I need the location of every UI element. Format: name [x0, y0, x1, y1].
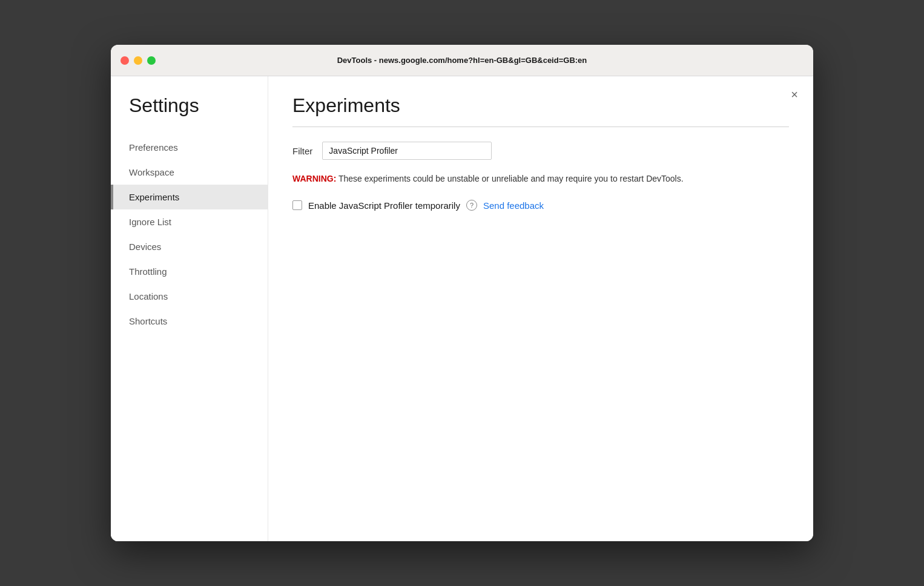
window-title: DevTools - news.google.com/home?hl=en-GB… [337, 56, 587, 65]
settings-title: Settings [111, 94, 268, 135]
sidebar-item-shortcuts[interactable]: Shortcuts [111, 309, 268, 334]
warning-box: WARNING: These experiments could be unst… [292, 172, 716, 185]
close-button-traffic[interactable] [120, 56, 129, 65]
sidebar-item-preferences[interactable]: Preferences [111, 135, 268, 160]
title-bar: DevTools - news.google.com/home?hl=en-GB… [111, 45, 813, 76]
filter-row: Filter [292, 142, 789, 160]
window-content: Settings Preferences Workspace Experimen… [111, 76, 813, 541]
warning-label: WARNING: [292, 174, 336, 183]
title-divider [292, 127, 789, 127]
window: DevTools - news.google.com/home?hl=en-GB… [111, 45, 813, 541]
sidebar-item-experiments[interactable]: Experiments [111, 185, 268, 209]
main-content: × Experiments Filter WARNING: These expe… [268, 76, 813, 541]
minimize-button-traffic[interactable] [134, 56, 142, 65]
sidebar: Settings Preferences Workspace Experimen… [111, 76, 268, 541]
sidebar-item-locations[interactable]: Locations [111, 284, 268, 309]
traffic-lights [120, 56, 156, 65]
sidebar-item-ignore-list[interactable]: Ignore List [111, 209, 268, 234]
experiment-checkbox[interactable] [292, 200, 302, 210]
sidebar-item-devices[interactable]: Devices [111, 234, 268, 259]
sidebar-item-throttling[interactable]: Throttling [111, 259, 268, 284]
warning-text: These experiments could be unstable or u… [338, 174, 684, 183]
experiment-row: Enable JavaScript Profiler temporarily ?… [292, 200, 789, 211]
help-icon[interactable]: ? [466, 200, 477, 211]
send-feedback-link[interactable]: Send feedback [483, 200, 544, 211]
sidebar-item-workspace[interactable]: Workspace [111, 160, 268, 185]
maximize-button-traffic[interactable] [147, 56, 156, 65]
filter-label: Filter [292, 146, 312, 156]
dialog-close-button[interactable]: × [791, 88, 798, 100]
filter-input[interactable] [322, 142, 492, 160]
experiment-label: Enable JavaScript Profiler temporarily [308, 200, 460, 211]
page-title: Experiments [292, 94, 789, 117]
